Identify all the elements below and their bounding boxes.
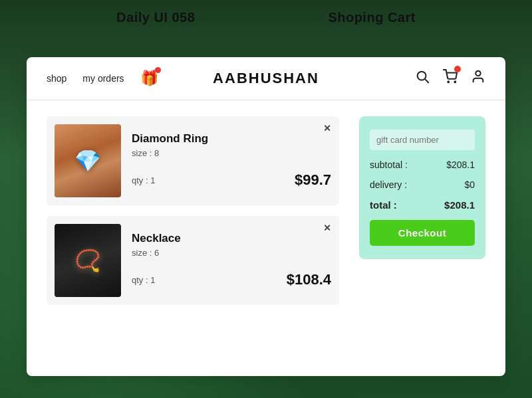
diamond-ring-details: Diamond Ring size : 8 qty : 1 $99.7 [132, 132, 331, 189]
svg-line-1 [425, 79, 428, 82]
gift-card-input[interactable] [370, 130, 475, 150]
cart-badge [454, 66, 461, 72]
necklace-name: Necklace [132, 232, 331, 245]
delivery-label: delivery : [370, 179, 407, 190]
svg-point-3 [454, 81, 456, 82]
total-label: total : [370, 199, 397, 211]
search-icon[interactable] [415, 69, 430, 87]
svg-point-4 [475, 71, 480, 76]
necklace-qty: qty : 1 [132, 275, 155, 285]
total-value: $208.1 [444, 199, 475, 211]
nav-orders-link[interactable]: my orders [82, 73, 124, 84]
diamond-ring-price: $99.7 [295, 171, 331, 189]
cart-summary-panel: subtotal : $208.1 delivery : $0 total : … [359, 116, 485, 259]
diamond-ring-remove-button[interactable]: ✕ [323, 123, 331, 134]
daily-ui-title: Daily UI 058 [116, 10, 195, 25]
diamond-ring-qty: qty : 1 [132, 175, 155, 185]
subtotal-value: $208.1 [446, 159, 475, 170]
cart-icon[interactable] [443, 69, 458, 87]
necklace-remove-button[interactable]: ✕ [323, 223, 331, 233]
delivery-value: $0 [464, 179, 475, 190]
cart-items-list: Diamond Ring size : 8 qty : 1 $99.7 ✕ Ne… [47, 116, 339, 305]
title-bar: Daily UI 058 Shoping Cart [0, 0, 532, 35]
diamond-ring-image [55, 124, 121, 197]
diamond-ring-size: size : 8 [132, 148, 331, 158]
gift-badge [155, 67, 161, 73]
svg-point-2 [448, 81, 449, 82]
subtotal-row: subtotal : $208.1 [370, 159, 475, 170]
cart-body: Diamond Ring size : 8 qty : 1 $99.7 ✕ Ne… [27, 100, 505, 321]
nav-shop-link[interactable]: shop [47, 73, 66, 84]
navbar: shop my orders 🎁 AABHUSHAN [27, 57, 505, 100]
brand-name: AABHUSHAN [213, 70, 319, 87]
shopping-cart-title: Shoping Cart [328, 10, 416, 25]
cart-item-necklace: Necklace size : 6 qty : 1 $108.4 ✕ [47, 216, 339, 305]
delivery-row: delivery : $0 [370, 179, 475, 190]
subtotal-label: subtotal : [370, 159, 408, 170]
diamond-ring-qty-price: qty : 1 $99.7 [132, 171, 331, 189]
necklace-details: Necklace size : 6 qty : 1 $108.4 [132, 232, 331, 288]
necklace-image [55, 224, 121, 297]
total-row: total : $208.1 [370, 199, 475, 211]
gift-icon[interactable]: 🎁 [140, 70, 158, 87]
cart-item-diamond: Diamond Ring size : 8 qty : 1 $99.7 ✕ [47, 116, 339, 205]
necklace-price: $108.4 [287, 271, 331, 288]
diamond-ring-name: Diamond Ring [132, 132, 331, 146]
user-icon[interactable] [471, 69, 485, 87]
necklace-qty-price: qty : 1 $108.4 [132, 271, 331, 288]
necklace-size: size : 6 [132, 248, 331, 258]
main-card: shop my orders 🎁 AABHUSHAN [27, 57, 505, 376]
checkout-button[interactable]: Checkout [370, 220, 475, 246]
